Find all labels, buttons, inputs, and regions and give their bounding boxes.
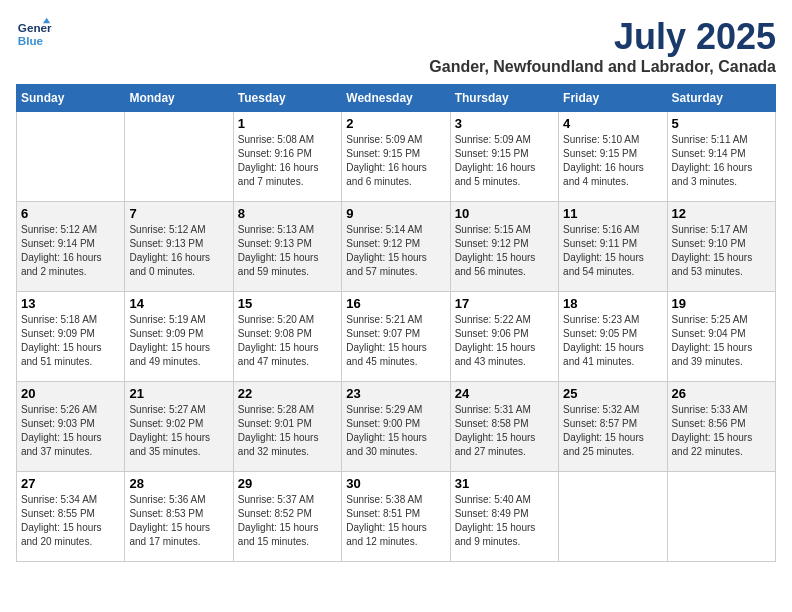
day-info: Sunrise: 5:23 AM Sunset: 9:05 PM Dayligh… [563,313,662,369]
calendar-cell: 20Sunrise: 5:26 AM Sunset: 9:03 PM Dayli… [17,382,125,472]
day-info: Sunrise: 5:12 AM Sunset: 9:14 PM Dayligh… [21,223,120,279]
day-number: 23 [346,386,445,401]
day-number: 7 [129,206,228,221]
day-info: Sunrise: 5:18 AM Sunset: 9:09 PM Dayligh… [21,313,120,369]
day-number: 22 [238,386,337,401]
day-info: Sunrise: 5:27 AM Sunset: 9:02 PM Dayligh… [129,403,228,459]
calendar-table: SundayMondayTuesdayWednesdayThursdayFrid… [16,84,776,562]
calendar-cell: 9Sunrise: 5:14 AM Sunset: 9:12 PM Daylig… [342,202,450,292]
day-info: Sunrise: 5:11 AM Sunset: 9:14 PM Dayligh… [672,133,771,189]
day-info: Sunrise: 5:20 AM Sunset: 9:08 PM Dayligh… [238,313,337,369]
day-info: Sunrise: 5:19 AM Sunset: 9:09 PM Dayligh… [129,313,228,369]
header-tuesday: Tuesday [233,85,341,112]
week-row-5: 27Sunrise: 5:34 AM Sunset: 8:55 PM Dayli… [17,472,776,562]
day-number: 9 [346,206,445,221]
calendar-cell: 15Sunrise: 5:20 AM Sunset: 9:08 PM Dayli… [233,292,341,382]
header-sunday: Sunday [17,85,125,112]
day-number: 6 [21,206,120,221]
day-info: Sunrise: 5:09 AM Sunset: 9:15 PM Dayligh… [346,133,445,189]
day-number: 3 [455,116,554,131]
calendar-cell: 12Sunrise: 5:17 AM Sunset: 9:10 PM Dayli… [667,202,775,292]
header-wednesday: Wednesday [342,85,450,112]
day-info: Sunrise: 5:34 AM Sunset: 8:55 PM Dayligh… [21,493,120,549]
day-info: Sunrise: 5:16 AM Sunset: 9:11 PM Dayligh… [563,223,662,279]
calendar-cell: 16Sunrise: 5:21 AM Sunset: 9:07 PM Dayli… [342,292,450,382]
day-number: 30 [346,476,445,491]
calendar-cell: 17Sunrise: 5:22 AM Sunset: 9:06 PM Dayli… [450,292,558,382]
day-info: Sunrise: 5:08 AM Sunset: 9:16 PM Dayligh… [238,133,337,189]
day-number: 19 [672,296,771,311]
day-number: 14 [129,296,228,311]
calendar-cell: 11Sunrise: 5:16 AM Sunset: 9:11 PM Dayli… [559,202,667,292]
calendar-cell: 1Sunrise: 5:08 AM Sunset: 9:16 PM Daylig… [233,112,341,202]
calendar-cell: 25Sunrise: 5:32 AM Sunset: 8:57 PM Dayli… [559,382,667,472]
day-number: 12 [672,206,771,221]
day-number: 31 [455,476,554,491]
day-number: 18 [563,296,662,311]
calendar-cell: 10Sunrise: 5:15 AM Sunset: 9:12 PM Dayli… [450,202,558,292]
day-info: Sunrise: 5:37 AM Sunset: 8:52 PM Dayligh… [238,493,337,549]
day-number: 28 [129,476,228,491]
day-info: Sunrise: 5:22 AM Sunset: 9:06 PM Dayligh… [455,313,554,369]
calendar-cell [559,472,667,562]
day-number: 11 [563,206,662,221]
day-number: 8 [238,206,337,221]
calendar-cell: 21Sunrise: 5:27 AM Sunset: 9:02 PM Dayli… [125,382,233,472]
day-number: 2 [346,116,445,131]
day-info: Sunrise: 5:21 AM Sunset: 9:07 PM Dayligh… [346,313,445,369]
day-info: Sunrise: 5:26 AM Sunset: 9:03 PM Dayligh… [21,403,120,459]
calendar-cell: 26Sunrise: 5:33 AM Sunset: 8:56 PM Dayli… [667,382,775,472]
week-row-1: 1Sunrise: 5:08 AM Sunset: 9:16 PM Daylig… [17,112,776,202]
header-monday: Monday [125,85,233,112]
day-info: Sunrise: 5:25 AM Sunset: 9:04 PM Dayligh… [672,313,771,369]
logo: General Blue [16,16,52,52]
month-title: July 2025 [429,16,776,58]
calendar-cell: 23Sunrise: 5:29 AM Sunset: 9:00 PM Dayli… [342,382,450,472]
calendar-cell: 19Sunrise: 5:25 AM Sunset: 9:04 PM Dayli… [667,292,775,382]
day-info: Sunrise: 5:17 AM Sunset: 9:10 PM Dayligh… [672,223,771,279]
page-header: General Blue July 2025 Gander, Newfoundl… [16,16,776,76]
calendar-cell [17,112,125,202]
calendar-cell: 14Sunrise: 5:19 AM Sunset: 9:09 PM Dayli… [125,292,233,382]
day-info: Sunrise: 5:28 AM Sunset: 9:01 PM Dayligh… [238,403,337,459]
logo-icon: General Blue [16,16,52,52]
day-number: 25 [563,386,662,401]
day-info: Sunrise: 5:12 AM Sunset: 9:13 PM Dayligh… [129,223,228,279]
calendar-cell: 3Sunrise: 5:09 AM Sunset: 9:15 PM Daylig… [450,112,558,202]
calendar-cell: 27Sunrise: 5:34 AM Sunset: 8:55 PM Dayli… [17,472,125,562]
svg-text:Blue: Blue [18,34,44,47]
calendar-cell: 22Sunrise: 5:28 AM Sunset: 9:01 PM Dayli… [233,382,341,472]
header-friday: Friday [559,85,667,112]
day-info: Sunrise: 5:33 AM Sunset: 8:56 PM Dayligh… [672,403,771,459]
day-info: Sunrise: 5:36 AM Sunset: 8:53 PM Dayligh… [129,493,228,549]
calendar-cell: 4Sunrise: 5:10 AM Sunset: 9:15 PM Daylig… [559,112,667,202]
day-number: 27 [21,476,120,491]
week-row-2: 6Sunrise: 5:12 AM Sunset: 9:14 PM Daylig… [17,202,776,292]
day-number: 24 [455,386,554,401]
title-block: July 2025 Gander, Newfoundland and Labra… [429,16,776,76]
day-number: 5 [672,116,771,131]
day-number: 29 [238,476,337,491]
day-number: 21 [129,386,228,401]
calendar-cell: 30Sunrise: 5:38 AM Sunset: 8:51 PM Dayli… [342,472,450,562]
calendar-cell: 13Sunrise: 5:18 AM Sunset: 9:09 PM Dayli… [17,292,125,382]
calendar-cell: 5Sunrise: 5:11 AM Sunset: 9:14 PM Daylig… [667,112,775,202]
week-row-3: 13Sunrise: 5:18 AM Sunset: 9:09 PM Dayli… [17,292,776,382]
day-info: Sunrise: 5:14 AM Sunset: 9:12 PM Dayligh… [346,223,445,279]
calendar-cell: 31Sunrise: 5:40 AM Sunset: 8:49 PM Dayli… [450,472,558,562]
day-info: Sunrise: 5:38 AM Sunset: 8:51 PM Dayligh… [346,493,445,549]
calendar-cell: 28Sunrise: 5:36 AM Sunset: 8:53 PM Dayli… [125,472,233,562]
calendar-cell [667,472,775,562]
day-number: 10 [455,206,554,221]
calendar-cell [125,112,233,202]
calendar-cell: 24Sunrise: 5:31 AM Sunset: 8:58 PM Dayli… [450,382,558,472]
day-info: Sunrise: 5:15 AM Sunset: 9:12 PM Dayligh… [455,223,554,279]
calendar-cell: 6Sunrise: 5:12 AM Sunset: 9:14 PM Daylig… [17,202,125,292]
day-info: Sunrise: 5:40 AM Sunset: 8:49 PM Dayligh… [455,493,554,549]
day-info: Sunrise: 5:10 AM Sunset: 9:15 PM Dayligh… [563,133,662,189]
calendar-cell: 18Sunrise: 5:23 AM Sunset: 9:05 PM Dayli… [559,292,667,382]
calendar-cell: 2Sunrise: 5:09 AM Sunset: 9:15 PM Daylig… [342,112,450,202]
location-title: Gander, Newfoundland and Labrador, Canad… [429,58,776,76]
day-number: 20 [21,386,120,401]
day-info: Sunrise: 5:13 AM Sunset: 9:13 PM Dayligh… [238,223,337,279]
